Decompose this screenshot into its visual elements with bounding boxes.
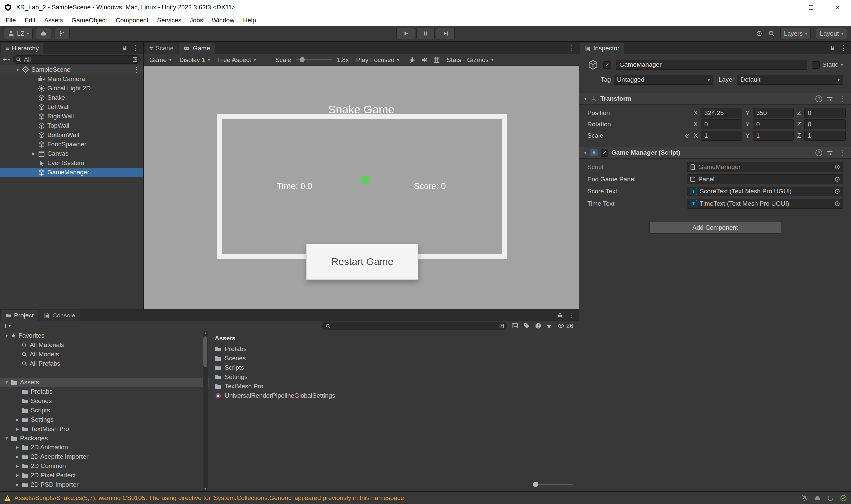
cloud-button[interactable] [36,28,51,39]
hierarchy-item-canvas[interactable]: ▶ Canvas [0,149,143,158]
end-game-panel-object-field[interactable]: Panel [687,174,843,184]
score-text-object-field[interactable]: T ScoreText (Text Mesh Pro UGUI) [687,186,843,197]
hierarchy-scene-row[interactable]: ▼ SampleScene ⋮ [0,65,143,74]
foldout-icon[interactable]: ▶ [13,427,21,431]
hierarchy-item-foodspawner[interactable]: FoodSpawner [0,140,143,149]
undo-history-icon[interactable] [756,30,763,37]
position-x-field[interactable]: 324.25 [701,108,742,118]
kebab-menu-icon[interactable]: ⋮ [839,44,848,52]
tasks-complete-check-icon[interactable] [840,495,847,502]
hierarchy-item-snake[interactable]: Snake [0,93,143,102]
tab-hierarchy[interactable]: ≡ Hierarchy [1,42,43,54]
search-icon[interactable] [768,30,775,37]
add-component-button[interactable]: Add Component [649,222,781,234]
tab-console[interactable]: Console [39,310,80,321]
cloud-status-icon[interactable] [814,495,821,502]
restart-game-button[interactable]: Restart Game [307,244,418,280]
menu-component[interactable]: Component [111,17,152,24]
transform-component-header[interactable]: ▼ Transform ? ⋮ [579,93,851,105]
gizmos-dropdown[interactable]: Gizmos ▾ [467,56,493,64]
foldout-icon[interactable]: ▶ [13,417,21,422]
menu-jobs[interactable]: Jobs [185,17,207,24]
tag-dropdown[interactable]: Untagged ▾ [614,75,713,85]
object-picker-icon[interactable] [834,164,840,170]
pick-window-icon[interactable] [132,56,138,62]
script-component-header[interactable]: ▼ # ✓ Game Manager (Script) ? ⋮ [579,147,851,159]
tree-prefabs[interactable]: Prefabs [0,387,209,396]
tree-all-models[interactable]: All Models [0,350,209,359]
foldout-icon[interactable]: ▼ [13,68,22,72]
tab-project[interactable]: Project [1,310,38,321]
foldout-icon[interactable]: ▼ [3,334,11,338]
asset-textmesh-pro[interactable]: TextMesh Pro [215,382,579,391]
account-dropdown[interactable]: LZ ▾ [4,28,33,39]
hierarchy-search-input[interactable]: All [13,55,141,64]
alert-circle-icon[interactable] [535,323,542,329]
tree-settings[interactable]: ▶ Settings [0,415,209,424]
scroll-down-icon[interactable]: ▼ [203,487,208,491]
slider-knob[interactable] [533,482,538,487]
asset-settings[interactable]: Settings [215,372,579,382]
tree-2d-psd-importer[interactable]: ▶ 2D PSD Importer [0,480,209,489]
scale-y-field[interactable]: 1 [753,131,794,141]
tree-textmesh-pro[interactable]: ▶ TextMesh Pro [0,424,209,433]
kebab-menu-icon[interactable]: ⋮ [566,44,576,52]
asset-scripts[interactable]: Scripts [215,363,579,372]
tab-game[interactable]: Game [179,42,215,54]
aspect-dropdown[interactable]: Free Aspect ▾ [217,56,256,64]
minimize-button[interactable]: – [771,0,798,15]
tree-2d-common[interactable]: ▶ 2D Common [0,462,209,471]
foldout-icon[interactable]: ▼ [3,380,11,385]
foldout-icon[interactable]: ▶ [13,445,21,450]
slider-knob[interactable] [300,57,305,62]
foldout-icon[interactable]: ▶ [13,454,21,459]
mute-audio-icon[interactable] [421,56,428,63]
scrollbar-thumb[interactable] [203,337,207,367]
vsync-grid-icon[interactable] [433,56,440,63]
active-checkbox[interactable]: ✓ [603,61,611,69]
create-add-button[interactable]: + ▾ [3,55,10,64]
hierarchy-item-bottomwall[interactable]: BottomWall [0,130,143,140]
tree-scripts[interactable]: Scripts [0,406,209,415]
script-enabled-checkbox[interactable]: ✓ [601,149,608,157]
lock-icon[interactable] [122,45,128,51]
version-control-button[interactable] [55,28,70,39]
display-dropdown[interactable]: Display 1 ▾ [179,56,210,64]
rotation-x-field[interactable]: 0 [701,119,742,129]
tree-all-materials[interactable]: All Materials [0,340,209,350]
tree-2d-pixel-perfect[interactable]: ▶ 2D Pixel Perfect [0,471,209,480]
kebab-menu-icon[interactable]: ⋮ [837,149,847,157]
menu-help[interactable]: Help [239,17,260,24]
hierarchy-item-main-camera[interactable]: Main Camera [0,74,143,84]
asset-scenes[interactable]: Scenes [215,354,579,363]
menu-file[interactable]: File [1,17,20,24]
maximize-button[interactable]: □ [798,0,825,15]
hierarchy-item-topwall[interactable]: TopWall [0,121,143,130]
scale-slider[interactable] [295,59,332,60]
tab-inspector[interactable]: Inspector [580,42,624,54]
foldout-icon[interactable]: ▶ [13,464,21,468]
notifications-muted-icon[interactable] [801,495,808,502]
tree-2d-animation[interactable]: ▶ 2D Animation [0,443,209,452]
lock-icon[interactable] [829,45,835,51]
preset-icon[interactable] [827,149,833,156]
hierarchy-item-global-light[interactable]: Global Light 2D [0,84,143,93]
frame-debugger-bug-icon[interactable] [409,56,416,63]
layer-dropdown[interactable]: Default ▾ [737,75,843,85]
rotation-z-field[interactable]: 0 [804,119,846,129]
pause-button[interactable] [416,28,435,39]
kebab-menu-icon[interactable]: ⋮ [132,66,141,74]
hierarchy-item-leftwall[interactable]: LeftWall [0,102,143,112]
tree-packages-root[interactable]: ▼ Packages [0,433,209,443]
time-text-object-field[interactable]: T TimeText (Text Mesh Pro UGUI) [687,199,843,209]
close-button[interactable]: × [825,0,851,15]
scale-x-field[interactable]: 1 [701,131,742,141]
game-target-dropdown[interactable]: Game ▾ [149,56,171,64]
menu-window[interactable]: Window [207,17,239,24]
hierarchy-item-rightwall[interactable]: RightWall [0,112,143,121]
menu-services[interactable]: Services [152,17,185,24]
lock-icon[interactable] [557,312,563,318]
hidden-packages-toggle[interactable]: 26 [558,323,574,330]
status-message[interactable]: Assets\Scripts\Snake.cs(5,7): warning CS… [14,494,404,502]
play-button[interactable] [396,28,415,39]
